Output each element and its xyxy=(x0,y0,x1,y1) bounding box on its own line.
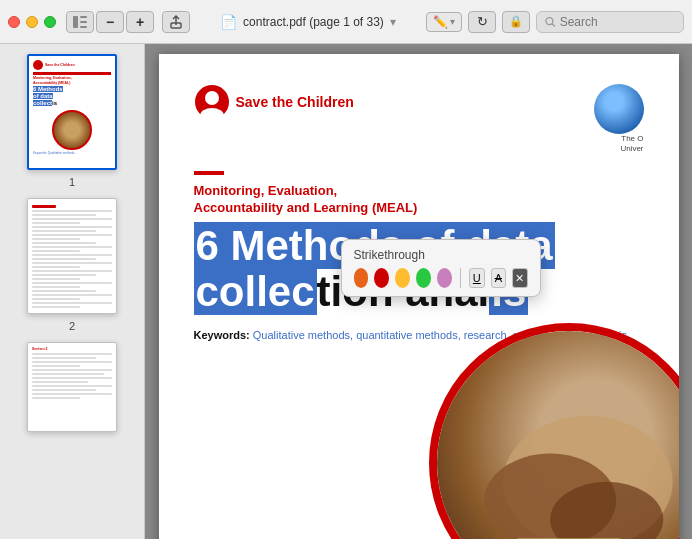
main-content: Save the Children Monitoring, Evaluation… xyxy=(0,44,692,539)
svg-rect-2 xyxy=(80,21,87,23)
subtitle: Monitoring, Evaluation, Accountability a… xyxy=(194,183,644,217)
circular-photo xyxy=(429,323,679,539)
svg-rect-4 xyxy=(171,23,181,28)
swatch-green[interactable] xyxy=(416,268,431,288)
page-header: Save the Children The O Univer xyxy=(194,84,644,155)
photo-svg xyxy=(437,323,679,539)
university-circle xyxy=(594,84,644,134)
sidebar-toggle-group: − + xyxy=(66,11,154,33)
title-chevron[interactable]: ▾ xyxy=(390,15,396,29)
title-bar: − + 📄 contract.pdf (page 1 of 33) ▾ ✏️ ▾… xyxy=(0,0,692,44)
tooltip-label: Strikethrough xyxy=(354,248,528,262)
university-text: The O Univer xyxy=(620,134,643,155)
pen-chevron: ▾ xyxy=(450,16,455,27)
svg-point-5 xyxy=(546,17,553,24)
university-logo: The O Univer xyxy=(594,84,644,155)
swatch-purple[interactable] xyxy=(437,268,452,288)
zoom-in-button[interactable]: + xyxy=(126,11,154,33)
swatch-red[interactable] xyxy=(374,268,389,288)
zoom-out-button[interactable]: − xyxy=(96,11,124,33)
document-title: 📄 contract.pdf (page 1 of 33) ▾ xyxy=(196,14,420,30)
document-view: Save the Children The O Univer Monitorin… xyxy=(145,44,692,539)
save-children-icon xyxy=(194,84,230,120)
thumbnail-container-3: Section 2 xyxy=(27,342,117,432)
lock-button[interactable]: 🔒 xyxy=(502,11,530,33)
document-page: Save the Children The O Univer Monitorin… xyxy=(159,54,679,539)
search-icon xyxy=(545,16,556,28)
page-thumbnail-3[interactable]: Section 2 xyxy=(27,342,117,432)
title-text: contract.pdf (page 1 of 33) xyxy=(243,15,384,29)
color-swatches: U A ✕ xyxy=(354,268,528,288)
pen-button[interactable]: ✏️ ▾ xyxy=(426,12,462,32)
maximize-button[interactable] xyxy=(44,16,56,28)
thumbnail-container-2: 2 xyxy=(27,198,117,332)
close-button[interactable] xyxy=(8,16,20,28)
strikethrough-tooltip: Strikethrough U A ✕ xyxy=(341,239,541,297)
thumbnail-container-1: Save the Children Monitoring, Evaluation… xyxy=(27,54,117,188)
close-tooltip-button[interactable]: ✕ xyxy=(512,268,527,288)
swatch-yellow[interactable] xyxy=(395,268,410,288)
pen-icon: ✏️ xyxy=(433,15,448,29)
svg-point-8 xyxy=(205,91,219,105)
keywords-label: Keywords: xyxy=(194,329,250,341)
sidebar: Save the Children Monitoring, Evaluation… xyxy=(0,44,145,539)
share-button[interactable] xyxy=(162,11,190,33)
underline-button[interactable]: U xyxy=(469,268,484,288)
heading-highlight-2: collec xyxy=(194,268,317,315)
svg-rect-3 xyxy=(80,26,87,28)
photo-content xyxy=(437,331,679,539)
red-bar xyxy=(194,171,224,175)
page-num-1: 1 xyxy=(69,176,75,188)
rotate-button[interactable]: ↻ xyxy=(468,11,496,33)
minimize-button[interactable] xyxy=(26,16,38,28)
sidebar-toggle-button[interactable] xyxy=(66,11,94,33)
svg-rect-0 xyxy=(73,16,78,28)
search-bar[interactable] xyxy=(536,11,684,33)
svg-line-6 xyxy=(552,23,555,26)
page-num-2: 2 xyxy=(69,320,75,332)
svg-rect-1 xyxy=(80,16,87,18)
page-thumbnail-2[interactable] xyxy=(27,198,117,314)
swatch-orange[interactable] xyxy=(354,268,369,288)
swatch-divider xyxy=(460,268,461,288)
pdf-icon: 📄 xyxy=(220,14,237,30)
strikethrough-button[interactable]: A xyxy=(491,268,506,288)
page-thumbnail-1[interactable]: Save the Children Monitoring, Evaluation… xyxy=(27,54,117,170)
save-children-logo: Save the Children xyxy=(194,84,354,120)
search-input[interactable] xyxy=(560,15,675,29)
toolbar-right: ✏️ ▾ ↻ 🔒 xyxy=(426,11,684,33)
traffic-lights xyxy=(8,16,56,28)
save-children-text: Save the Children xyxy=(236,94,354,111)
